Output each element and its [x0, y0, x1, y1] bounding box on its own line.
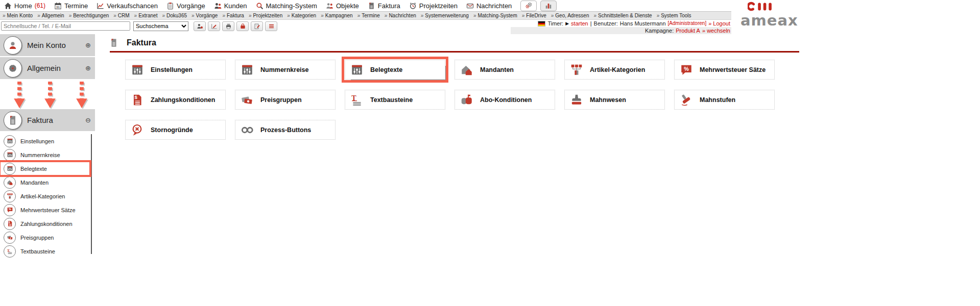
divider: |	[590, 20, 592, 27]
list-button[interactable]	[265, 21, 277, 31]
sidebar-group-label: Allgemein	[27, 64, 61, 72]
breadcrumb-label: Mein Konto	[7, 13, 33, 18]
sidebar-item-artikel-kategorien[interactable]: Artikel-Kategorien	[0, 189, 90, 203]
sidebar-item-mandanten[interactable]: Mandanten	[0, 175, 90, 189]
breadcrumb-separator: »	[37, 13, 40, 18]
svg-text:$: $	[135, 94, 138, 100]
chart-icon	[97, 2, 104, 10]
expander-icon[interactable]: ⊕	[85, 41, 91, 49]
tab-statistics[interactable]	[540, 1, 557, 11]
menu-item-nachrichten[interactable]: Nachrichten	[466, 2, 512, 10]
play-icon[interactable]: ▶	[565, 20, 569, 27]
add-contact-icon	[197, 23, 203, 30]
breadcrumb-item-11[interactable]: »Termine	[357, 13, 380, 18]
breadcrumb-item-2[interactable]: »Berechtigungen	[69, 13, 109, 18]
compose-button[interactable]	[251, 21, 263, 31]
breadcrumb-separator: »	[113, 13, 116, 18]
breadcrumb-item-18[interactable]: »System Tools	[657, 13, 691, 18]
card-artikel-kategorien[interactable]: Artikel-Kategorien	[564, 60, 665, 80]
breadcrumb-item-1[interactable]: »Allgemein	[37, 13, 64, 18]
sidebar-item-preisgruppen[interactable]: Preisgruppen	[0, 231, 90, 244]
sidebar-item-einstellungen[interactable]: Einstellungen	[0, 134, 90, 148]
sidebar-item-textbausteine[interactable]: TTextbausteine	[0, 244, 90, 258]
logout-link[interactable]: » Logout	[708, 20, 730, 27]
menu-item-termine[interactable]: 31Termine	[54, 2, 88, 10]
card-zahlungskonditionen[interactable]: $Zahlungskonditionen	[125, 90, 226, 110]
print-button[interactable]	[222, 21, 234, 31]
card-preisgruppen[interactable]: Preisgruppen	[235, 90, 336, 110]
breadcrumb-item-10[interactable]: »Kampagnen	[321, 13, 353, 18]
card-mahnwesen[interactable]: Mahnwesen	[564, 90, 665, 110]
breadcrumb-item-5[interactable]: »Doku365	[162, 13, 187, 18]
menu-item-kunden[interactable]: Kunden	[214, 2, 247, 10]
document-icon	[368, 2, 375, 10]
breadcrumb-item-9[interactable]: »Kategorien	[287, 13, 316, 18]
breadcrumb-item-0[interactable]: »Mein Konto	[3, 13, 33, 18]
breadcrumb-item-14[interactable]: »Matching-System	[473, 13, 517, 18]
sidebar-item-zahlungskonditionen[interactable]: $Zahlungskonditionen	[0, 217, 90, 231]
sidebar-item-nummernkreise[interactable]: Nummernkreise	[0, 148, 90, 162]
percent-icon: %	[680, 63, 693, 76]
breadcrumb-separator: »	[69, 13, 72, 18]
percent-icon: %	[7, 207, 13, 213]
card-stornogruende[interactable]: Stornogründe	[125, 120, 226, 140]
buttons-icon	[241, 123, 254, 137]
add-contact-button[interactable]	[194, 21, 206, 31]
shopping-button[interactable]	[236, 21, 249, 31]
breadcrumb-label: Allgemein	[42, 13, 64, 18]
card-einstellungen[interactable]: Einstellungen	[125, 60, 226, 80]
breadcrumb-item-4[interactable]: »Extranet	[134, 13, 158, 18]
print-icon	[225, 23, 232, 30]
categories-icon	[570, 63, 583, 76]
breadcrumb-label: Nachrichten	[389, 13, 416, 18]
menu-item-label: Faktura	[378, 2, 400, 10]
breadcrumb-item-15[interactable]: »FileDrive	[522, 13, 546, 18]
card-mahnstufen[interactable]: Mahnstufen	[674, 90, 775, 110]
menu-item-matching-system[interactable]: Matching-System	[256, 2, 317, 10]
card-prozess-buttons[interactable]: Prozess-Buttons	[235, 120, 336, 140]
money-icon	[241, 93, 254, 107]
breadcrumb-item-17[interactable]: »Schnittstellen & Dienste	[593, 13, 652, 18]
sidebar-group-allgemein[interactable]: Allgemein⊕	[0, 57, 95, 79]
expander-icon[interactable]: ⊖	[85, 116, 91, 124]
menu-item-faktura[interactable]: Faktura	[368, 2, 400, 10]
menu-item-home[interactable]: Home(61)	[4, 2, 45, 10]
sales-chart-button[interactable]	[208, 21, 220, 31]
sidebar-item-belegtexte[interactable]: Belegtexte	[0, 162, 90, 175]
search-schema-select[interactable]: Suchschema	[133, 21, 188, 31]
search-input[interactable]	[1, 21, 130, 31]
group-icon-circle	[4, 36, 22, 55]
card-label: Einstellungen	[151, 66, 193, 73]
sidebar-group-label: Faktura	[27, 116, 53, 124]
card-abo-konditionen[interactable]: Abo-Konditionen	[455, 90, 555, 110]
card-belegtexte[interactable]: Belegtexte	[345, 60, 445, 80]
breadcrumb-item-7[interactable]: »Faktura	[222, 13, 244, 18]
page-title: Faktura	[127, 38, 156, 47]
card-textbausteine[interactable]: TTextbausteine	[345, 90, 445, 110]
timer-start-link[interactable]: starten	[571, 20, 588, 27]
card-mehrwertsteuer-saetze[interactable]: %Mehrwertsteuer Sätze	[674, 60, 775, 80]
breadcrumb-label: Berechtigungen	[73, 13, 109, 18]
expander-icon[interactable]: ⊕	[85, 64, 91, 72]
card-mandanten[interactable]: Mandanten	[455, 60, 555, 80]
breadcrumb-item-8[interactable]: »Projektzeiten	[249, 13, 282, 18]
breadcrumb-item-13[interactable]: »Systemerweiterung	[421, 13, 469, 18]
gear-icon	[8, 63, 18, 73]
money-icon	[7, 234, 13, 241]
menu-item-objekte[interactable]: Objekte	[326, 2, 359, 10]
breadcrumb-item-12[interactable]: »Nachrichten	[385, 13, 416, 18]
breadcrumb-item-16[interactable]: »Geo, Adressen	[551, 13, 589, 18]
tab-system-settings[interactable]	[520, 1, 537, 11]
breadcrumb-item-6[interactable]: »Vorgänge	[192, 13, 218, 18]
logo-squiggle-icon	[748, 1, 784, 12]
breadcrumb-item-3[interactable]: »CRM	[113, 13, 129, 18]
campaign-switch-link[interactable]: » wechseln	[702, 28, 730, 34]
sidebar-group-mein-konto[interactable]: Mein Konto⊕	[0, 34, 95, 56]
menu-item-vorgaenge[interactable]: Vorgänge	[166, 2, 205, 10]
menu-item-projektzeiten[interactable]: Projektzeiten	[409, 2, 458, 10]
card-nummernkreise[interactable]: Nummernkreise	[235, 60, 336, 80]
sidebar-item-mehrwertsteuer-saetze[interactable]: %Mehrwertsteuer Sätze	[0, 203, 90, 217]
menu-item-verkaufschancen[interactable]: Verkaufschancen	[97, 2, 158, 10]
item-icon-circle: $	[4, 218, 16, 230]
sidebar-group-faktura[interactable]: Faktura⊖	[0, 109, 95, 131]
